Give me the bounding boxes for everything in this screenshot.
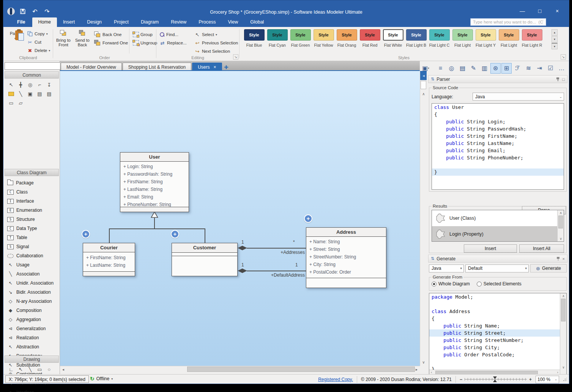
insert-button[interactable]: Insert xyxy=(464,244,517,253)
language-select[interactable]: Java⌄ xyxy=(473,93,564,101)
notes-icon[interactable]: ✎ xyxy=(468,63,479,74)
diagram-canvas[interactable]: 1 * +Addresses 1 1 +DefaultAddress User … xyxy=(60,71,420,366)
find-button[interactable]: Find... xyxy=(159,31,178,38)
select-button[interactable]: ↖ Select▾ xyxy=(194,31,217,38)
toolbox-search-input[interactable] xyxy=(5,62,67,70)
generalization-edge[interactable] xyxy=(205,228,205,243)
tasks-panel-icon[interactable]: ☑ xyxy=(545,63,556,74)
ribbon-tab-file[interactable]: File xyxy=(10,17,32,27)
generate-code-view[interactable]: package Model; class Address{ public Str… xyxy=(429,293,567,376)
toolbox-item-association[interactable]: ╲Association xyxy=(6,269,59,279)
generate-language-select[interactable]: Java▾ xyxy=(429,264,464,272)
styles-scroll-down-icon[interactable]: ▾ xyxy=(552,36,558,43)
registered-copy-link[interactable]: Registered Copy. xyxy=(318,377,353,382)
scroll-right-icon[interactable]: ▸ xyxy=(413,366,420,372)
container-tool-icon[interactable]: ▭ xyxy=(6,98,16,107)
class-attribute[interactable]: + Email: String xyxy=(120,193,189,201)
ribbon-tab-process[interactable]: Process xyxy=(192,17,222,27)
ribbon-tab-view[interactable]: View xyxy=(222,17,244,27)
comment-tool-icon[interactable]: ▱ xyxy=(16,98,25,107)
styles-scroll-up-icon[interactable]: ▴ xyxy=(552,29,558,36)
copy-button[interactable]: Copy▾ xyxy=(27,30,48,38)
close-tab-icon[interactable]: × xyxy=(214,65,216,70)
paste-button[interactable]: Paste▾ xyxy=(6,28,25,54)
class-user[interactable]: User + Login: String+ PasswordHash: Stri… xyxy=(120,152,189,212)
quick-add-icon[interactable]: + xyxy=(171,230,179,238)
style-swatch[interactable]: Style xyxy=(314,29,334,41)
generate-profile-select[interactable]: Default▾ xyxy=(465,264,529,272)
operations-compartment[interactable] xyxy=(306,278,386,288)
fields-panel-icon[interactable]: ℱ xyxy=(512,63,523,74)
overflow-icon[interactable]: … xyxy=(556,63,567,74)
style-item[interactable]: StyleFlat Light C xyxy=(428,29,451,47)
style-item[interactable]: StyleFlat Red xyxy=(358,29,381,47)
quick-add-icon[interactable]: + xyxy=(304,214,312,223)
association-addresses-edge[interactable] xyxy=(247,248,306,249)
resize-grip[interactable] xyxy=(563,378,567,381)
parser-result-item[interactable]: Login (Property) xyxy=(432,226,564,242)
zoom-slider-thumb[interactable] xyxy=(493,376,497,379)
ungroup-button[interactable]: ✖ Ungroup xyxy=(133,39,157,47)
code-vertical-scrollbar[interactable]: ∧ ∨ xyxy=(560,293,566,375)
pin-icon[interactable] xyxy=(556,77,559,82)
parser-result-item[interactable]: User (Class) xyxy=(432,210,564,226)
toolbox-item-realization[interactable]: ⊲Realization xyxy=(6,333,59,342)
toolbox-item-usage[interactable]: ↖Usage xyxy=(6,260,59,269)
scrollbar-thumb[interactable] xyxy=(187,367,415,372)
style-swatch[interactable]: Style xyxy=(476,29,496,41)
toolbox-item-signal[interactable]: SSignal xyxy=(6,242,59,251)
style-item[interactable]: StyleFlat Light R xyxy=(520,29,544,47)
operations-compartment[interactable] xyxy=(83,271,135,276)
pan-tool-icon[interactable]: ╋ xyxy=(16,80,25,89)
class-attribute[interactable]: + Name: String xyxy=(306,238,386,246)
insert-all-button[interactable]: Insert All xyxy=(519,244,564,253)
style-swatch[interactable]: Style xyxy=(244,29,265,41)
toolbox-item-data-type[interactable]: CData Type xyxy=(6,224,59,233)
generate-from-option-selected-elements[interactable]: Selected Elements xyxy=(477,281,522,287)
style-swatch[interactable]: Style xyxy=(452,29,473,41)
pointer-tool-icon[interactable]: ↖ xyxy=(6,80,16,89)
class-attribute[interactable]: + StreetNumber: String xyxy=(306,253,386,261)
generate-button[interactable]: ⊛ Generate xyxy=(530,264,567,272)
ribbon-tab-review[interactable]: Review xyxy=(165,17,192,27)
toolbox-item-generalization[interactable]: ⊲Generalization xyxy=(6,324,59,333)
style-swatch[interactable]: Style xyxy=(360,29,380,41)
class-attribute[interactable]: + Login: String xyxy=(120,163,189,170)
ribbon-tab-project[interactable]: Project xyxy=(108,17,135,27)
radio-icon[interactable] xyxy=(432,282,436,287)
panel-switch-icon[interactable]: ▣▾ xyxy=(421,63,431,74)
back-one-button[interactable]: Back One xyxy=(94,31,122,38)
section-header-common[interactable]: Common xyxy=(5,71,59,79)
style-swatch[interactable]: Style xyxy=(406,29,427,41)
bring-to-front-button[interactable]: Bring to Front xyxy=(54,28,73,54)
class-attribute[interactable]: + LastName: String xyxy=(120,186,189,193)
toolbox-item-bidir-association[interactable]: ↘Bidir. Association xyxy=(6,288,59,297)
parser-code-editor[interactable]: class User{ public String Login; public … xyxy=(432,103,564,190)
style-swatch[interactable]: Style xyxy=(383,29,403,41)
quick-add-icon[interactable]: + xyxy=(82,230,90,238)
section-header-drawing[interactable]: Drawing xyxy=(5,356,59,363)
style-swatch[interactable]: Style xyxy=(267,29,288,41)
cut-button[interactable]: ✂ Cut xyxy=(27,38,41,46)
class-title[interactable]: Customer xyxy=(172,243,237,253)
style-swatch[interactable]: Style xyxy=(522,29,542,41)
scrollbar-thumb[interactable] xyxy=(558,216,563,228)
parser-panel-header[interactable]: ⇅ Parser □ xyxy=(428,75,567,83)
minimize-icon[interactable]: — xyxy=(514,6,531,16)
scrollbar-thumb[interactable] xyxy=(421,81,426,89)
style-item[interactable]: StyleFlat Cyan xyxy=(266,29,289,47)
toolbox-item-composition[interactable]: ◆Composition xyxy=(6,306,59,315)
delete-button[interactable]: ✖ Delete▾ xyxy=(27,47,50,54)
assistant-search-input[interactable] xyxy=(470,18,546,26)
styles-dialog-launcher-icon[interactable]: ↘ xyxy=(561,54,566,60)
toolbox-item-class[interactable]: CClass xyxy=(6,187,59,197)
canvas-horizontal-scrollbar[interactable]: ◂ ▸ xyxy=(60,366,420,372)
format-painter-tool-icon[interactable]: ⌐ xyxy=(35,80,44,89)
generate-from-option-whole-diagram[interactable]: Whole Diagram xyxy=(432,281,470,287)
diagram-tab-users[interactable]: Users× xyxy=(192,63,222,71)
class-attribute[interactable]: + City: String xyxy=(306,261,386,268)
text-tool-icon[interactable]: ▣ xyxy=(25,89,35,98)
toolbox-item-unidir-association[interactable]: ↖Unidir. Association xyxy=(6,279,59,288)
group-button[interactable]: Group xyxy=(133,31,153,38)
scrollbar-thumb[interactable] xyxy=(561,299,566,321)
